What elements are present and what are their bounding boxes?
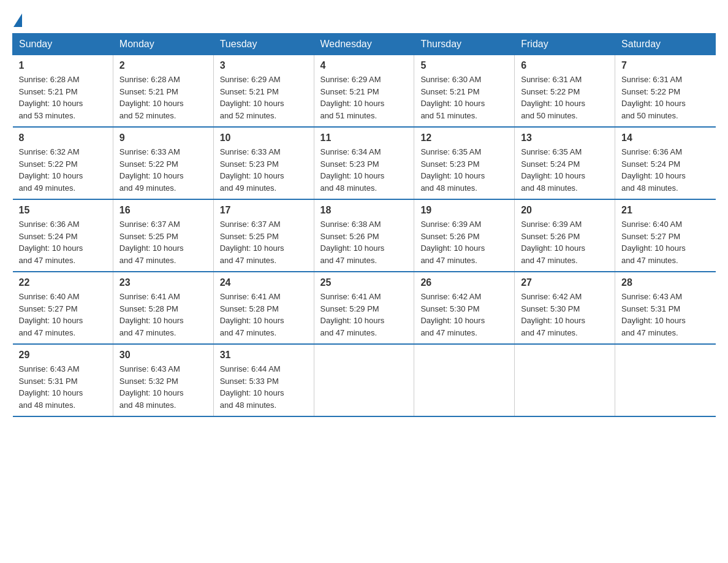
calendar-cell-w4-d4: 25Sunrise: 6:41 AMSunset: 5:29 PMDayligh… [314, 272, 414, 344]
calendar-cell-w1-d5: 5Sunrise: 6:30 AMSunset: 5:21 PMDaylight… [414, 55, 515, 128]
day-number: 5 [420, 60, 508, 71]
day-info: Sunrise: 6:28 AMSunset: 5:21 PMDaylight:… [19, 74, 107, 121]
day-info: Sunrise: 6:31 AMSunset: 5:22 PMDaylight:… [621, 74, 709, 121]
day-info: Sunrise: 6:40 AMSunset: 5:27 PMDaylight:… [19, 291, 107, 339]
calendar-cell-w5-d6 [515, 344, 615, 416]
header-thursday: Thursday [414, 34, 515, 55]
day-info: Sunrise: 6:36 AMSunset: 5:24 PMDaylight:… [621, 146, 709, 194]
day-info: Sunrise: 6:31 AMSunset: 5:22 PMDaylight:… [521, 74, 609, 121]
day-info: Sunrise: 6:36 AMSunset: 5:24 PMDaylight:… [19, 218, 107, 266]
day-info: Sunrise: 6:34 AMSunset: 5:23 PMDaylight:… [320, 146, 408, 194]
calendar-cell-w5-d5 [414, 344, 515, 416]
day-info: Sunrise: 6:30 AMSunset: 5:21 PMDaylight:… [420, 74, 508, 121]
day-info: Sunrise: 6:40 AMSunset: 5:27 PMDaylight:… [621, 218, 709, 266]
day-info: Sunrise: 6:43 AMSunset: 5:32 PMDaylight:… [119, 363, 207, 411]
calendar-cell-w5-d7 [615, 344, 716, 416]
day-number: 22 [19, 277, 107, 288]
calendar-cell-w2-d2: 9Sunrise: 6:33 AMSunset: 5:22 PMDaylight… [113, 127, 213, 199]
day-info: Sunrise: 6:42 AMSunset: 5:30 PMDaylight:… [521, 291, 609, 339]
calendar-cell-w2-d3: 10Sunrise: 6:33 AMSunset: 5:23 PMDayligh… [213, 127, 314, 199]
day-number: 12 [420, 132, 508, 144]
calendar-table: SundayMondayTuesdayWednesdayThursdayFrid… [12, 33, 716, 417]
day-number: 30 [119, 350, 207, 361]
day-info: Sunrise: 6:37 AMSunset: 5:25 PMDaylight:… [119, 218, 207, 266]
header-saturday: Saturday [615, 34, 716, 55]
day-info: Sunrise: 6:39 AMSunset: 5:26 PMDaylight:… [521, 218, 609, 266]
day-info: Sunrise: 6:38 AMSunset: 5:26 PMDaylight:… [320, 218, 408, 266]
week-row-5: 29Sunrise: 6:43 AMSunset: 5:31 PMDayligh… [13, 344, 716, 416]
calendar-cell-w2-d6: 13Sunrise: 6:35 AMSunset: 5:24 PMDayligh… [515, 127, 615, 199]
day-number: 15 [19, 205, 107, 216]
calendar-cell-w4-d2: 23Sunrise: 6:41 AMSunset: 5:28 PMDayligh… [113, 272, 213, 344]
day-number: 27 [521, 277, 609, 288]
header-wednesday: Wednesday [314, 34, 414, 55]
calendar-cell-w1-d1: 1Sunrise: 6:28 AMSunset: 5:21 PMDaylight… [13, 55, 113, 128]
day-info: Sunrise: 6:33 AMSunset: 5:22 PMDaylight:… [119, 146, 207, 194]
day-info: Sunrise: 6:41 AMSunset: 5:28 PMDaylight:… [220, 291, 308, 339]
day-number: 13 [521, 132, 609, 144]
calendar-cell-w4-d6: 27Sunrise: 6:42 AMSunset: 5:30 PMDayligh… [515, 272, 615, 344]
day-number: 21 [621, 205, 709, 216]
calendar-cell-w1-d7: 7Sunrise: 6:31 AMSunset: 5:22 PMDaylight… [615, 55, 716, 128]
calendar-cell-w1-d4: 4Sunrise: 6:29 AMSunset: 5:21 PMDaylight… [314, 55, 414, 128]
day-info: Sunrise: 6:43 AMSunset: 5:31 PMDaylight:… [621, 291, 709, 339]
week-row-3: 15Sunrise: 6:36 AMSunset: 5:24 PMDayligh… [13, 199, 716, 272]
week-row-1: 1Sunrise: 6:28 AMSunset: 5:21 PMDaylight… [13, 55, 716, 128]
day-info: Sunrise: 6:28 AMSunset: 5:21 PMDaylight:… [119, 74, 207, 121]
day-number: 28 [621, 277, 709, 288]
day-number: 2 [119, 60, 207, 71]
day-info: Sunrise: 6:42 AMSunset: 5:30 PMDaylight:… [420, 291, 508, 339]
calendar-cell-w3-d2: 16Sunrise: 6:37 AMSunset: 5:25 PMDayligh… [113, 199, 213, 272]
day-number: 19 [420, 205, 508, 216]
page-header [12, 12, 716, 27]
calendar-cell-w3-d3: 17Sunrise: 6:37 AMSunset: 5:25 PMDayligh… [213, 199, 314, 272]
week-row-2: 8Sunrise: 6:32 AMSunset: 5:22 PMDaylight… [13, 127, 716, 199]
header-monday: Monday [113, 34, 213, 55]
calendar-cell-w5-d4 [314, 344, 414, 416]
day-info: Sunrise: 6:44 AMSunset: 5:33 PMDaylight:… [220, 363, 308, 411]
day-number: 1 [19, 60, 107, 71]
logo [12, 12, 22, 27]
day-number: 11 [320, 132, 408, 144]
calendar-header-row: SundayMondayTuesdayWednesdayThursdayFrid… [13, 34, 716, 55]
calendar-cell-w1-d6: 6Sunrise: 6:31 AMSunset: 5:22 PMDaylight… [515, 55, 615, 128]
calendar-cell-w3-d6: 20Sunrise: 6:39 AMSunset: 5:26 PMDayligh… [515, 199, 615, 272]
header-tuesday: Tuesday [213, 34, 314, 55]
day-number: 14 [621, 132, 709, 144]
calendar-cell-w4-d5: 26Sunrise: 6:42 AMSunset: 5:30 PMDayligh… [414, 272, 515, 344]
calendar-cell-w2-d7: 14Sunrise: 6:36 AMSunset: 5:24 PMDayligh… [615, 127, 716, 199]
day-number: 29 [19, 350, 107, 361]
day-number: 6 [521, 60, 609, 71]
day-number: 24 [220, 277, 308, 288]
calendar-cell-w2-d4: 11Sunrise: 6:34 AMSunset: 5:23 PMDayligh… [314, 127, 414, 199]
day-number: 31 [220, 350, 308, 361]
day-info: Sunrise: 6:35 AMSunset: 5:23 PMDaylight:… [420, 146, 508, 194]
day-number: 17 [220, 205, 308, 216]
day-number: 16 [119, 205, 207, 216]
day-info: Sunrise: 6:41 AMSunset: 5:29 PMDaylight:… [320, 291, 408, 339]
day-number: 9 [119, 132, 207, 144]
day-number: 25 [320, 277, 408, 288]
day-number: 23 [119, 277, 207, 288]
calendar-cell-w4-d3: 24Sunrise: 6:41 AMSunset: 5:28 PMDayligh… [213, 272, 314, 344]
day-info: Sunrise: 6:33 AMSunset: 5:23 PMDaylight:… [220, 146, 308, 194]
calendar-cell-w5-d1: 29Sunrise: 6:43 AMSunset: 5:31 PMDayligh… [13, 344, 113, 416]
day-info: Sunrise: 6:41 AMSunset: 5:28 PMDaylight:… [119, 291, 207, 339]
day-number: 20 [521, 205, 609, 216]
day-number: 3 [220, 60, 308, 71]
day-number: 7 [621, 60, 709, 71]
calendar-cell-w2-d5: 12Sunrise: 6:35 AMSunset: 5:23 PMDayligh… [414, 127, 515, 199]
day-number: 10 [220, 132, 308, 144]
calendar-cell-w5-d2: 30Sunrise: 6:43 AMSunset: 5:32 PMDayligh… [113, 344, 213, 416]
day-info: Sunrise: 6:37 AMSunset: 5:25 PMDaylight:… [220, 218, 308, 266]
day-number: 18 [320, 205, 408, 216]
header-friday: Friday [515, 34, 615, 55]
day-number: 8 [19, 132, 107, 144]
day-info: Sunrise: 6:29 AMSunset: 5:21 PMDaylight:… [220, 74, 308, 121]
calendar-cell-w3-d7: 21Sunrise: 6:40 AMSunset: 5:27 PMDayligh… [615, 199, 716, 272]
calendar-cell-w4-d7: 28Sunrise: 6:43 AMSunset: 5:31 PMDayligh… [615, 272, 716, 344]
day-number: 26 [420, 277, 508, 288]
header-sunday: Sunday [13, 34, 113, 55]
day-info: Sunrise: 6:29 AMSunset: 5:21 PMDaylight:… [320, 74, 408, 121]
day-info: Sunrise: 6:39 AMSunset: 5:26 PMDaylight:… [420, 218, 508, 266]
